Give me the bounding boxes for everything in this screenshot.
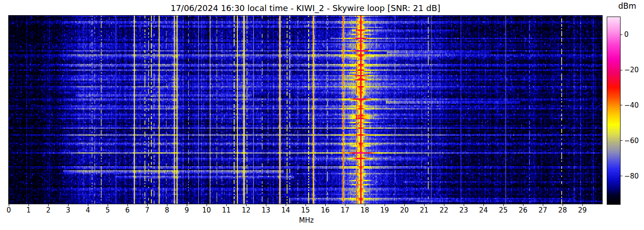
waterfall-plot [8, 15, 603, 204]
colorbar-tick-label: −20 [624, 66, 639, 74]
x-tick-label: 11 [222, 207, 230, 214]
x-tick-label: 25 [499, 207, 507, 214]
colorbar [607, 17, 621, 205]
x-tick-label: 23 [459, 207, 468, 214]
colorbar-tick-mark [621, 70, 622, 70]
waterfall-canvas [9, 16, 602, 204]
x-tick-label: 17 [340, 207, 349, 214]
colorbar-label: dBm [618, 1, 636, 11]
x-tick-label: 21 [420, 207, 428, 214]
x-tick-label: 13 [261, 207, 270, 214]
colorbar-gradient [607, 17, 620, 204]
x-tick-label: 10 [202, 207, 211, 214]
x-tick-label: 26 [518, 207, 527, 214]
x-tick-label: 12 [242, 207, 250, 214]
x-tick-label: 19 [380, 207, 389, 214]
colorbar-tick-label: 0 [624, 31, 629, 39]
x-tick-label: 14 [281, 207, 290, 214]
x-tick-label: 1 [26, 207, 31, 214]
x-tick-label: 29 [578, 207, 586, 214]
colorbar-tick-label: −60 [624, 137, 639, 144]
x-tick-label: 9 [184, 207, 189, 214]
x-tick-label: 16 [321, 207, 329, 214]
x-tick-label: 6 [125, 207, 130, 214]
x-tick-label: 24 [479, 207, 488, 214]
x-tick-label: 8 [165, 207, 169, 214]
colorbar-tick-mark [621, 140, 622, 141]
x-tick-label: 7 [145, 207, 150, 214]
x-tick-label: 28 [558, 207, 567, 214]
x-tick-label: 18 [360, 207, 369, 214]
x-tick-label: 5 [105, 207, 110, 214]
spectrogram-figure: 17/06/2024 16:30 local time - KIWI_2 - S… [0, 0, 644, 230]
colorbar-tick-mark [621, 34, 622, 35]
x-tick-label: 22 [439, 207, 448, 214]
x-tick-label: 2 [46, 207, 51, 214]
colorbar-tick-label: −80 [624, 172, 639, 180]
x-tick-label: 20 [400, 207, 408, 214]
colorbar-tick-mark [621, 176, 622, 176]
x-axis-label: MHz [299, 217, 314, 224]
x-tick-label: 3 [66, 207, 70, 214]
colorbar-tick-mark [621, 105, 622, 105]
x-tick-label: 0 [6, 207, 11, 214]
x-tick-label: 15 [301, 207, 310, 214]
plot-title: 17/06/2024 16:30 local time - KIWI_2 - S… [8, 3, 603, 13]
x-tick-label: 27 [538, 207, 547, 214]
colorbar-tick-label: −40 [624, 101, 639, 109]
x-tick-label: 4 [86, 207, 90, 214]
